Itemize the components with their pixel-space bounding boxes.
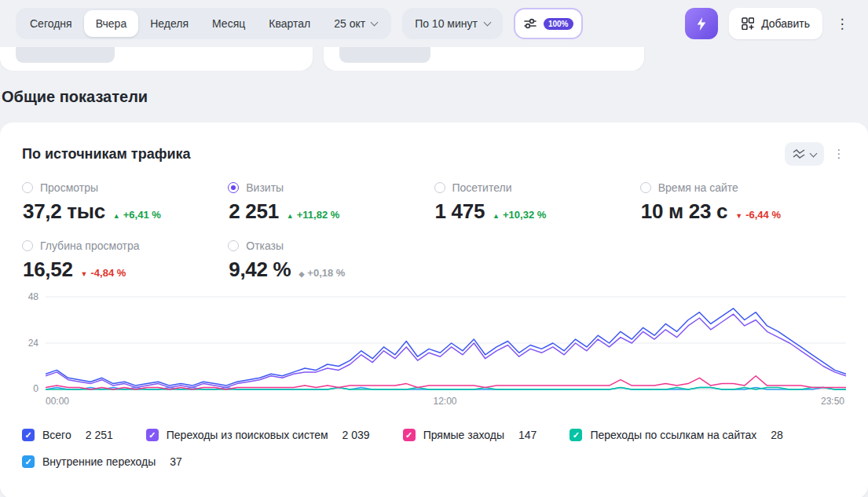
skeleton-block	[16, 47, 115, 63]
metric-selector[interactable]: Отказы	[228, 239, 434, 252]
legend-value: 2 251	[86, 429, 113, 441]
checkbox-checked-icon[interactable]: ✓	[146, 429, 159, 441]
legend-label: Переходы по ссылкам на сайтах	[590, 429, 756, 441]
metric-delta: ▼-4,84 %	[81, 267, 126, 279]
checkbox-checked-icon[interactable]: ✓	[570, 429, 582, 441]
y-tick-0: 0	[33, 383, 38, 394]
legend-value: 28	[771, 429, 783, 441]
radio-icon[interactable]	[22, 182, 33, 193]
metric-block: Посетители1 475▲+10,32 %	[434, 181, 640, 224]
date-range-tabs: СегодняВчераНеделяМесяцКвартал	[18, 10, 322, 37]
chart-y-axis: 48 24 0	[22, 296, 46, 390]
metric-label: Визиты	[246, 181, 284, 194]
cutoff-widget-card	[324, 47, 644, 71]
delta-text: +10,32 %	[503, 209, 546, 221]
sampling-settings-button[interactable]: 100%	[514, 8, 583, 39]
radio-icon[interactable]	[434, 182, 445, 193]
date-tab[interactable]: Вчера	[84, 10, 139, 37]
date-picker-button[interactable]: 25 окт	[322, 10, 389, 37]
metric-selector[interactable]: Посетители	[434, 181, 640, 194]
metric-block: Визиты2 251▲+11,82 %	[228, 181, 434, 224]
delta-text: -4,84 %	[91, 267, 126, 279]
metric-selector[interactable]: Просмотры	[22, 181, 228, 194]
x-tick-end: 23:50	[821, 396, 844, 407]
date-picker-label: 25 окт	[334, 17, 365, 30]
x-tick-start: 00:00	[46, 396, 69, 407]
metric-block: Время на сайте10 м 23 с▼-6,44 %	[640, 181, 846, 224]
radio-icon[interactable]	[640, 182, 651, 193]
cutoff-widget-card	[0, 47, 313, 71]
delta-text: +11,82 %	[297, 209, 340, 221]
metric-delta: ◆+0,18 %	[298, 267, 345, 279]
checkbox-checked-icon[interactable]: ✓	[22, 455, 35, 468]
chart-series-line	[46, 314, 846, 387]
quick-actions-button[interactable]	[685, 8, 718, 39]
sliders-icon	[523, 16, 537, 31]
topbar: СегодняВчераНеделяМесяцКвартал 25 окт По…	[0, 0, 868, 47]
metric-label: Глубина просмотра	[40, 239, 140, 252]
section-title: Общие показатели	[2, 86, 868, 107]
trend-icon: ▲	[113, 212, 120, 220]
radio-icon[interactable]	[228, 182, 239, 193]
date-tab[interactable]: Квартал	[257, 10, 322, 37]
trend-icon: ◆	[298, 270, 304, 278]
legend-label: Всего	[42, 429, 71, 441]
granularity-dropdown[interactable]: По 10 минут	[402, 8, 503, 39]
legend-label: Прямые заходы	[423, 429, 504, 441]
trend-icon: ▲	[493, 212, 500, 220]
legend-value: 2 039	[342, 429, 370, 441]
metric-value-row: 10 м 23 с▼-6,44 %	[640, 199, 846, 224]
metric-value-row: 9,42 %◆+0,18 %	[228, 258, 434, 282]
metric-label: Время на сайте	[658, 181, 738, 194]
metric-selector[interactable]: Визиты	[228, 181, 434, 194]
delta-text: -6,44 %	[745, 209, 781, 221]
delta-text: +6,41 %	[123, 209, 161, 221]
chevron-down-icon	[371, 18, 379, 26]
metric-selector[interactable]: Глубина просмотра	[22, 239, 228, 252]
metric-block: Глубина просмотра16,52▼-4,84 %	[22, 239, 228, 282]
line-chart-icon	[793, 148, 805, 159]
date-tab[interactable]: Месяц	[200, 10, 257, 37]
metric-value: 37,2 тыс	[23, 199, 105, 224]
metric-selector[interactable]: Время на сайте	[640, 181, 846, 194]
chart-plot[interactable]	[46, 296, 846, 390]
trend-icon: ▼	[735, 212, 742, 220]
checkbox-checked-icon[interactable]: ✓	[403, 429, 416, 441]
radio-icon[interactable]	[22, 240, 33, 251]
legend-item[interactable]: ✓Переходы из поисковых систем2 039	[146, 429, 370, 441]
date-tab[interactable]: Сегодня	[18, 10, 84, 37]
metric-delta: ▲+6,41 %	[113, 209, 161, 221]
y-tick-24: 24	[28, 338, 38, 349]
legend-item[interactable]: ✓Внутренние переходы37	[22, 455, 182, 468]
chart-x-axis: 00:00 12:00 23:50	[46, 396, 844, 407]
line-chart	[46, 296, 846, 390]
legend-item[interactable]: ✓Всего2 251	[22, 429, 113, 441]
legend-value: 147	[518, 429, 537, 441]
chart-series-line	[46, 376, 846, 389]
metric-value: 10 м 23 с	[641, 199, 728, 224]
metric-label: Посетители	[452, 181, 512, 194]
chart-series-line	[46, 309, 846, 386]
legend-item[interactable]: ✓Прямые заходы147	[403, 429, 537, 441]
metric-value: 1 475	[435, 199, 485, 224]
metric-block: Просмотры37,2 тыс▲+6,41 %	[22, 181, 228, 224]
add-widget-button[interactable]: Добавить	[729, 8, 822, 39]
chart-type-button[interactable]	[785, 142, 824, 166]
metric-delta: ▼-6,44 %	[735, 209, 781, 221]
metric-delta: ▲+11,82 %	[287, 209, 340, 221]
checkbox-checked-icon[interactable]: ✓	[22, 429, 35, 441]
topbar-menu-button[interactable]: ⋮	[833, 8, 851, 39]
trend-icon: ▼	[81, 270, 88, 278]
metric-value: 16,52	[23, 258, 73, 282]
widget-menu-button[interactable]: ⋮	[832, 144, 846, 164]
radio-icon[interactable]	[228, 240, 239, 251]
widget-title: По источникам трафика	[22, 146, 191, 163]
chevron-down-icon	[810, 149, 818, 157]
metric-delta: ▲+10,32 %	[493, 209, 546, 221]
date-tab[interactable]: Неделя	[138, 10, 200, 37]
legend-item[interactable]: ✓Переходы по ссылкам на сайтах28	[570, 429, 782, 441]
metric-label: Просмотры	[40, 181, 98, 194]
metric-value-row: 16,52▼-4,84 %	[22, 258, 228, 282]
metric-value-row: 1 475▲+10,32 %	[434, 199, 640, 224]
delta-text: +0,18 %	[307, 267, 345, 279]
